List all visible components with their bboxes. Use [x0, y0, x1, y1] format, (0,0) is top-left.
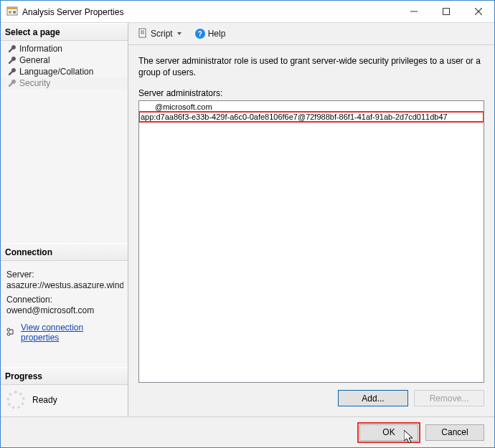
- ok-button[interactable]: OK: [359, 424, 418, 441]
- list-item[interactable]: @microsoft.com: [139, 102, 484, 112]
- help-button[interactable]: ? Help: [192, 27, 229, 40]
- add-button[interactable]: Add...: [338, 390, 408, 406]
- view-connection-properties[interactable]: View connection properties: [6, 323, 123, 343]
- list-button-row: Add... Remove...: [138, 383, 484, 412]
- dialog-footer: OK Cancel: [1, 416, 494, 447]
- connection-properties-icon: [6, 328, 16, 338]
- dialog-body: Select a page Information General Langua…: [1, 23, 494, 416]
- script-icon: [138, 28, 148, 40]
- left-gap: [1, 348, 128, 367]
- script-button[interactable]: Script: [134, 26, 185, 42]
- page-item-label: Information: [19, 44, 62, 54]
- server-admins-listbox[interactable]: @microsoft.com app:d7aa86f3-e33b-429f-a6…: [138, 100, 484, 383]
- wrench-icon: [8, 44, 16, 53]
- close-button[interactable]: [462, 1, 494, 22]
- content-area: The server administrator role is used to…: [128, 45, 494, 416]
- page-list: Information General Language/Collation S…: [1, 41, 128, 95]
- svg-rect-5: [443, 9, 449, 15]
- remove-button: Remove...: [414, 390, 484, 406]
- page-item-label: General: [19, 55, 50, 65]
- svg-rect-2: [9, 11, 11, 14]
- dialog-window: Analysis Server Properties Select a page…: [0, 0, 495, 448]
- right-pane: Script ? Help The server administrator r…: [128, 23, 494, 416]
- server-label: Server:: [6, 270, 123, 280]
- connection-value: owend@microsoft.com: [6, 305, 123, 315]
- progress-status: Ready: [32, 395, 57, 405]
- app-icon: [6, 6, 18, 17]
- page-item-security[interactable]: Security: [1, 77, 128, 89]
- help-label: Help: [208, 29, 226, 39]
- minimize-button[interactable]: [397, 1, 430, 22]
- wrench-icon: [8, 67, 16, 76]
- cancel-button[interactable]: Cancel: [425, 424, 484, 441]
- svg-rect-3: [13, 11, 16, 14]
- help-icon: ?: [195, 29, 205, 39]
- wrench-icon: [8, 56, 16, 65]
- script-label: Script: [151, 29, 173, 39]
- toolbar: Script ? Help: [128, 23, 494, 45]
- list-item[interactable]: app:d7aa86f3-e33b-429f-a6c0-0afe8106f6e7…: [139, 112, 484, 122]
- window-title: Analysis Server Properties: [22, 6, 397, 17]
- svg-point-9: [7, 333, 10, 335]
- left-pane: Select a page Information General Langua…: [1, 23, 128, 416]
- connection-section: Server: asazure://westus.asazure.windows…: [1, 261, 128, 348]
- server-admins-label: Server administrators:: [138, 88, 484, 98]
- progress-section: Ready: [1, 385, 128, 416]
- connection-label: Connection:: [6, 295, 123, 305]
- progress-header: Progress: [1, 367, 128, 385]
- page-item-general[interactable]: General: [1, 54, 128, 66]
- view-connection-properties-link[interactable]: View connection properties: [21, 323, 123, 343]
- chevron-down-icon: [177, 32, 182, 35]
- progress-spinner-icon: [6, 391, 25, 409]
- page-item-information[interactable]: Information: [1, 43, 128, 54]
- page-item-label: Language/Collation: [19, 67, 93, 77]
- page-item-language-collation[interactable]: Language/Collation: [1, 66, 128, 77]
- left-spacer: [1, 95, 128, 243]
- titlebar: Analysis Server Properties: [1, 1, 494, 23]
- connection-header: Connection: [1, 243, 128, 261]
- page-item-label: Security: [19, 78, 50, 88]
- server-value: asazure://westus.asazure.windows: [6, 280, 123, 290]
- svg-rect-1: [7, 7, 17, 9]
- svg-point-8: [7, 328, 10, 331]
- select-page-header: Select a page: [1, 23, 128, 41]
- svg-rect-13: [139, 29, 146, 37]
- wrench-icon: [8, 79, 16, 87]
- description-text: The server administrator role is used to…: [138, 55, 484, 78]
- maximize-button[interactable]: [430, 1, 462, 22]
